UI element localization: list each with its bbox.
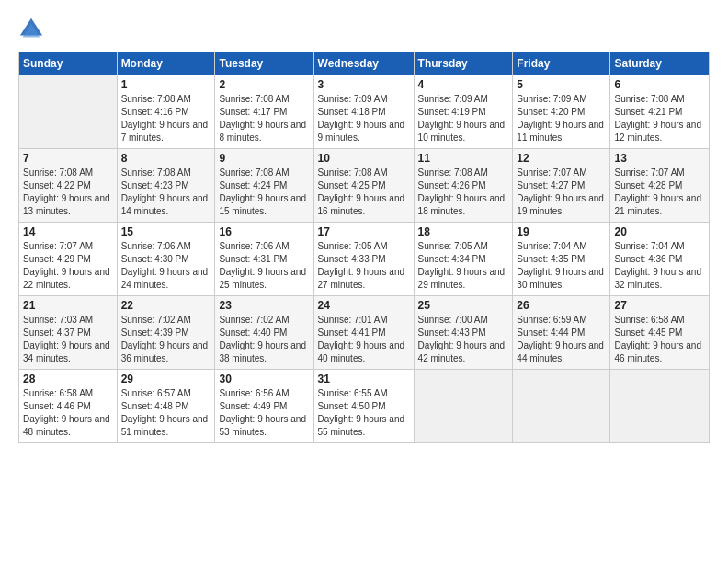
day-cell: 23Sunrise: 7:02 AMSunset: 4:40 PMDayligh…: [215, 296, 313, 370]
day-cell: 10Sunrise: 7:08 AMSunset: 4:25 PMDayligh…: [313, 149, 414, 223]
day-info: Sunrise: 7:07 AMSunset: 4:27 PMDaylight:…: [517, 167, 606, 218]
day-cell: 17Sunrise: 7:05 AMSunset: 4:33 PMDayligh…: [313, 223, 414, 296]
day-number: 30: [219, 373, 309, 385]
day-number: 1: [121, 78, 211, 91]
day-cell: 13Sunrise: 7:07 AMSunset: 4:28 PMDayligh…: [610, 149, 710, 223]
day-cell: 8Sunrise: 7:08 AMSunset: 4:23 PMDaylight…: [117, 149, 215, 223]
day-cell: 3Sunrise: 7:09 AMSunset: 4:18 PMDaylight…: [313, 75, 414, 149]
day-number: 16: [219, 225, 309, 238]
day-number: 2: [219, 78, 309, 91]
day-cell: 27Sunrise: 6:58 AMSunset: 4:45 PMDayligh…: [610, 296, 710, 370]
header: [18, 17, 710, 42]
day-info: Sunrise: 7:02 AMSunset: 4:39 PMDaylight:…: [121, 314, 211, 365]
day-info: Sunrise: 7:04 AMSunset: 4:36 PMDaylight:…: [614, 240, 705, 292]
day-info: Sunrise: 7:08 AMSunset: 4:26 PMDaylight:…: [418, 167, 509, 218]
day-number: 18: [418, 225, 509, 238]
day-number: 14: [23, 225, 113, 238]
day-cell: 26Sunrise: 6:59 AMSunset: 4:44 PMDayligh…: [513, 296, 610, 370]
day-cell: [513, 370, 610, 443]
day-number: 12: [517, 152, 606, 165]
day-number: 27: [614, 299, 705, 312]
week-row-1: 1Sunrise: 7:08 AMSunset: 4:16 PMDaylight…: [19, 75, 710, 149]
day-number: 23: [219, 299, 309, 312]
weekday-header-friday: Friday: [513, 52, 610, 75]
logo: [18, 17, 48, 42]
day-number: 20: [614, 225, 705, 238]
day-number: 19: [517, 225, 606, 238]
day-number: 13: [614, 152, 705, 165]
day-info: Sunrise: 7:08 AMSunset: 4:16 PMDaylight:…: [121, 93, 211, 144]
logo-icon: [18, 17, 44, 42]
day-number: 21: [23, 299, 113, 312]
day-cell: 21Sunrise: 7:03 AMSunset: 4:37 PMDayligh…: [19, 296, 118, 370]
day-info: Sunrise: 7:02 AMSunset: 4:40 PMDaylight:…: [219, 314, 309, 365]
day-cell: 22Sunrise: 7:02 AMSunset: 4:39 PMDayligh…: [117, 296, 215, 370]
day-cell: 7Sunrise: 7:08 AMSunset: 4:22 PMDaylight…: [19, 149, 118, 223]
day-cell: [414, 370, 513, 443]
day-number: 15: [121, 225, 211, 238]
day-info: Sunrise: 7:00 AMSunset: 4:43 PMDaylight:…: [418, 314, 509, 365]
day-cell: 28Sunrise: 6:58 AMSunset: 4:46 PMDayligh…: [19, 370, 118, 443]
day-cell: 15Sunrise: 7:06 AMSunset: 4:30 PMDayligh…: [117, 223, 215, 296]
day-cell: 9Sunrise: 7:08 AMSunset: 4:24 PMDaylight…: [215, 149, 313, 223]
week-row-3: 14Sunrise: 7:07 AMSunset: 4:29 PMDayligh…: [19, 223, 710, 296]
day-info: Sunrise: 7:04 AMSunset: 4:35 PMDaylight:…: [517, 240, 606, 292]
day-cell: 16Sunrise: 7:06 AMSunset: 4:31 PMDayligh…: [215, 223, 313, 296]
day-info: Sunrise: 6:57 AMSunset: 4:48 PMDaylight:…: [121, 387, 211, 439]
day-number: 9: [219, 152, 309, 165]
weekday-header-sunday: Sunday: [19, 52, 118, 75]
day-number: 28: [23, 373, 113, 385]
day-number: 24: [318, 299, 410, 312]
day-number: 3: [318, 78, 410, 91]
weekday-header-thursday: Thursday: [414, 52, 513, 75]
day-info: Sunrise: 7:03 AMSunset: 4:37 PMDaylight:…: [23, 314, 113, 365]
day-cell: 31Sunrise: 6:55 AMSunset: 4:50 PMDayligh…: [313, 370, 414, 443]
day-number: 25: [418, 299, 509, 312]
day-info: Sunrise: 7:09 AMSunset: 4:18 PMDaylight:…: [318, 93, 410, 144]
day-number: 11: [418, 152, 509, 165]
day-info: Sunrise: 7:09 AMSunset: 4:20 PMDaylight:…: [517, 93, 606, 144]
day-info: Sunrise: 7:08 AMSunset: 4:21 PMDaylight:…: [614, 93, 705, 144]
day-info: Sunrise: 7:09 AMSunset: 4:19 PMDaylight:…: [418, 93, 509, 144]
day-cell: 20Sunrise: 7:04 AMSunset: 4:36 PMDayligh…: [610, 223, 710, 296]
day-cell: 5Sunrise: 7:09 AMSunset: 4:20 PMDaylight…: [513, 75, 610, 149]
day-info: Sunrise: 6:56 AMSunset: 4:49 PMDaylight:…: [219, 387, 309, 439]
day-number: 8: [121, 152, 211, 165]
day-info: Sunrise: 7:01 AMSunset: 4:41 PMDaylight:…: [318, 314, 410, 365]
calendar-page: SundayMondayTuesdayWednesdayThursdayFrid…: [0, 0, 728, 563]
day-cell: [19, 75, 118, 149]
day-cell: 12Sunrise: 7:07 AMSunset: 4:27 PMDayligh…: [513, 149, 610, 223]
day-info: Sunrise: 6:55 AMSunset: 4:50 PMDaylight:…: [318, 387, 410, 439]
day-info: Sunrise: 7:08 AMSunset: 4:22 PMDaylight:…: [23, 167, 113, 218]
day-info: Sunrise: 6:58 AMSunset: 4:46 PMDaylight:…: [23, 387, 113, 439]
day-info: Sunrise: 7:06 AMSunset: 4:30 PMDaylight:…: [121, 240, 211, 292]
day-cell: 18Sunrise: 7:05 AMSunset: 4:34 PMDayligh…: [414, 223, 513, 296]
day-number: 7: [23, 152, 113, 165]
week-row-4: 21Sunrise: 7:03 AMSunset: 4:37 PMDayligh…: [19, 296, 710, 370]
weekday-header-row: SundayMondayTuesdayWednesdayThursdayFrid…: [19, 52, 710, 75]
day-cell: 19Sunrise: 7:04 AMSunset: 4:35 PMDayligh…: [513, 223, 610, 296]
day-cell: 29Sunrise: 6:57 AMSunset: 4:48 PMDayligh…: [117, 370, 215, 443]
day-info: Sunrise: 6:58 AMSunset: 4:45 PMDaylight:…: [614, 314, 705, 365]
day-info: Sunrise: 7:07 AMSunset: 4:29 PMDaylight:…: [23, 240, 113, 292]
week-row-5: 28Sunrise: 6:58 AMSunset: 4:46 PMDayligh…: [19, 370, 710, 443]
day-cell: 24Sunrise: 7:01 AMSunset: 4:41 PMDayligh…: [313, 296, 414, 370]
day-number: 6: [614, 78, 705, 91]
day-info: Sunrise: 7:05 AMSunset: 4:34 PMDaylight:…: [418, 240, 509, 292]
day-info: Sunrise: 7:08 AMSunset: 4:17 PMDaylight:…: [219, 93, 309, 144]
weekday-header-saturday: Saturday: [610, 52, 710, 75]
weekday-header-tuesday: Tuesday: [215, 52, 313, 75]
day-info: Sunrise: 7:08 AMSunset: 4:24 PMDaylight:…: [219, 167, 309, 218]
day-cell: 4Sunrise: 7:09 AMSunset: 4:19 PMDaylight…: [414, 75, 513, 149]
day-number: 10: [318, 152, 410, 165]
day-info: Sunrise: 7:08 AMSunset: 4:23 PMDaylight:…: [121, 167, 211, 218]
day-info: Sunrise: 7:05 AMSunset: 4:33 PMDaylight:…: [318, 240, 410, 292]
day-info: Sunrise: 7:06 AMSunset: 4:31 PMDaylight:…: [219, 240, 309, 292]
day-number: 17: [318, 225, 410, 238]
day-cell: 6Sunrise: 7:08 AMSunset: 4:21 PMDaylight…: [610, 75, 710, 149]
day-info: Sunrise: 6:59 AMSunset: 4:44 PMDaylight:…: [517, 314, 606, 365]
day-cell: 30Sunrise: 6:56 AMSunset: 4:49 PMDayligh…: [215, 370, 313, 443]
day-cell: [610, 370, 710, 443]
day-number: 26: [517, 299, 606, 312]
day-number: 22: [121, 299, 211, 312]
